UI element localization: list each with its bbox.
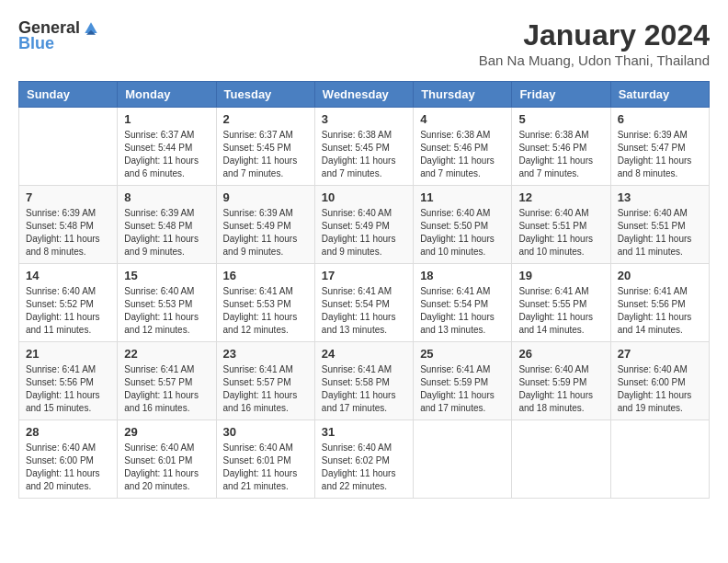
- day-number: 21: [26, 347, 110, 361]
- day-info: Sunrise: 6:40 AM Sunset: 5:49 PM Dayligh…: [322, 207, 406, 259]
- day-number: 28: [26, 425, 110, 439]
- day-number: 9: [223, 190, 308, 204]
- calendar-day-header: Saturday: [610, 82, 709, 108]
- day-info: Sunrise: 6:40 AM Sunset: 5:59 PM Dayligh…: [518, 363, 603, 415]
- calendar-header-row: SundayMondayTuesdayWednesdayThursdayFrid…: [19, 82, 710, 108]
- day-info: Sunrise: 6:38 AM Sunset: 5:46 PM Dayligh…: [420, 129, 505, 180]
- logo: General Blue: [18, 18, 100, 53]
- day-number: 20: [618, 269, 702, 282]
- day-number: 22: [124, 347, 209, 361]
- calendar-week-row: 7Sunrise: 6:39 AM Sunset: 5:48 PM Daylig…: [19, 186, 710, 264]
- day-info: Sunrise: 6:39 AM Sunset: 5:48 PM Dayligh…: [124, 207, 209, 259]
- day-number: 30: [223, 425, 308, 439]
- day-number: 15: [124, 269, 209, 282]
- day-info: Sunrise: 6:40 AM Sunset: 6:00 PM Dayligh…: [618, 363, 702, 415]
- calendar-cell: 25Sunrise: 6:41 AM Sunset: 5:59 PM Dayli…: [414, 342, 512, 420]
- day-info: Sunrise: 6:38 AM Sunset: 5:46 PM Dayligh…: [518, 129, 603, 180]
- calendar-cell: [610, 420, 709, 499]
- day-number: 27: [618, 347, 702, 361]
- calendar-cell: 18Sunrise: 6:41 AM Sunset: 5:54 PM Dayli…: [414, 264, 512, 342]
- calendar-cell: 15Sunrise: 6:40 AM Sunset: 5:53 PM Dayli…: [118, 264, 216, 342]
- day-info: Sunrise: 6:39 AM Sunset: 5:48 PM Dayligh…: [26, 207, 110, 259]
- calendar-cell: 20Sunrise: 6:41 AM Sunset: 5:56 PM Dayli…: [610, 264, 709, 342]
- day-info: Sunrise: 6:37 AM Sunset: 5:44 PM Dayligh…: [124, 129, 209, 180]
- calendar-cell: 22Sunrise: 6:41 AM Sunset: 5:57 PM Dayli…: [118, 342, 216, 420]
- day-info: Sunrise: 6:37 AM Sunset: 5:45 PM Dayligh…: [223, 129, 308, 180]
- calendar-day-header: Tuesday: [216, 82, 314, 108]
- calendar-cell: 19Sunrise: 6:41 AM Sunset: 5:55 PM Dayli…: [512, 264, 610, 342]
- subtitle: Ban Na Muang, Udon Thani, Thailand: [479, 52, 710, 68]
- day-number: 4: [420, 112, 505, 126]
- day-number: 1: [124, 112, 209, 126]
- day-info: Sunrise: 6:40 AM Sunset: 6:01 PM Dayligh…: [223, 442, 308, 493]
- day-number: 10: [322, 190, 406, 204]
- day-info: Sunrise: 6:41 AM Sunset: 5:53 PM Dayligh…: [223, 285, 308, 337]
- day-number: 11: [420, 190, 505, 204]
- calendar-cell: 23Sunrise: 6:41 AM Sunset: 5:57 PM Dayli…: [216, 342, 314, 420]
- day-number: 7: [26, 190, 110, 204]
- day-info: Sunrise: 6:41 AM Sunset: 5:54 PM Dayligh…: [420, 285, 505, 337]
- calendar-week-row: 14Sunrise: 6:40 AM Sunset: 5:52 PM Dayli…: [19, 264, 710, 342]
- calendar-day-header: Friday: [512, 82, 610, 108]
- calendar-day-header: Sunday: [19, 82, 118, 108]
- day-number: 16: [223, 269, 308, 282]
- day-info: Sunrise: 6:41 AM Sunset: 5:55 PM Dayligh…: [518, 285, 603, 337]
- day-info: Sunrise: 6:41 AM Sunset: 5:56 PM Dayligh…: [26, 363, 110, 415]
- page-header: General Blue January 2024 Ban Na Muang, …: [18, 18, 710, 68]
- day-number: 24: [322, 347, 406, 361]
- day-number: 18: [420, 269, 505, 282]
- calendar-cell: 17Sunrise: 6:41 AM Sunset: 5:54 PM Dayli…: [314, 264, 413, 342]
- day-info: Sunrise: 6:40 AM Sunset: 6:02 PM Dayligh…: [322, 442, 406, 493]
- day-info: Sunrise: 6:40 AM Sunset: 5:52 PM Dayligh…: [26, 285, 110, 337]
- calendar-cell: 2Sunrise: 6:37 AM Sunset: 5:45 PM Daylig…: [216, 108, 314, 186]
- main-title: January 2024: [479, 18, 710, 52]
- calendar-cell: [512, 420, 610, 499]
- day-info: Sunrise: 6:39 AM Sunset: 5:49 PM Dayligh…: [223, 207, 308, 259]
- day-info: Sunrise: 6:40 AM Sunset: 6:01 PM Dayligh…: [124, 442, 209, 493]
- calendar-cell: 24Sunrise: 6:41 AM Sunset: 5:58 PM Dayli…: [314, 342, 413, 420]
- day-number: 25: [420, 347, 505, 361]
- calendar-day-header: Thursday: [414, 82, 512, 108]
- calendar-cell: 1Sunrise: 6:37 AM Sunset: 5:44 PM Daylig…: [118, 108, 216, 186]
- calendar-cell: 30Sunrise: 6:40 AM Sunset: 6:01 PM Dayli…: [216, 420, 314, 499]
- day-info: Sunrise: 6:40 AM Sunset: 5:53 PM Dayligh…: [124, 285, 209, 337]
- day-number: 26: [518, 347, 603, 361]
- calendar-table: SundayMondayTuesdayWednesdayThursdayFrid…: [18, 81, 710, 499]
- calendar-day-header: Monday: [118, 82, 216, 108]
- calendar-cell: 11Sunrise: 6:40 AM Sunset: 5:50 PM Dayli…: [414, 186, 512, 264]
- day-number: 6: [618, 112, 702, 126]
- calendar-cell: 8Sunrise: 6:39 AM Sunset: 5:48 PM Daylig…: [118, 186, 216, 264]
- calendar-cell: 16Sunrise: 6:41 AM Sunset: 5:53 PM Dayli…: [216, 264, 314, 342]
- calendar-cell: 21Sunrise: 6:41 AM Sunset: 5:56 PM Dayli…: [19, 342, 118, 420]
- day-info: Sunrise: 6:41 AM Sunset: 5:57 PM Dayligh…: [124, 363, 209, 415]
- calendar-cell: 14Sunrise: 6:40 AM Sunset: 5:52 PM Dayli…: [19, 264, 118, 342]
- day-info: Sunrise: 6:41 AM Sunset: 5:54 PM Dayligh…: [322, 285, 406, 337]
- day-number: 2: [223, 112, 308, 126]
- day-number: 29: [124, 425, 209, 439]
- day-info: Sunrise: 6:40 AM Sunset: 6:00 PM Dayligh…: [26, 442, 110, 493]
- day-number: 12: [518, 190, 603, 204]
- calendar-cell: [414, 420, 512, 499]
- calendar-cell: 12Sunrise: 6:40 AM Sunset: 5:51 PM Dayli…: [512, 186, 610, 264]
- calendar-cell: 26Sunrise: 6:40 AM Sunset: 5:59 PM Dayli…: [512, 342, 610, 420]
- day-number: 31: [322, 425, 406, 439]
- calendar-cell: 6Sunrise: 6:39 AM Sunset: 5:47 PM Daylig…: [610, 108, 709, 186]
- day-info: Sunrise: 6:41 AM Sunset: 5:58 PM Dayligh…: [322, 363, 406, 415]
- calendar-cell: 4Sunrise: 6:38 AM Sunset: 5:46 PM Daylig…: [414, 108, 512, 186]
- day-info: Sunrise: 6:40 AM Sunset: 5:50 PM Dayligh…: [420, 207, 505, 259]
- day-info: Sunrise: 6:39 AM Sunset: 5:47 PM Dayligh…: [618, 129, 702, 180]
- calendar-cell: 3Sunrise: 6:38 AM Sunset: 5:45 PM Daylig…: [314, 108, 413, 186]
- calendar-cell: [19, 108, 118, 186]
- day-info: Sunrise: 6:41 AM Sunset: 5:57 PM Dayligh…: [223, 363, 308, 415]
- calendar-cell: 5Sunrise: 6:38 AM Sunset: 5:46 PM Daylig…: [512, 108, 610, 186]
- title-section: January 2024 Ban Na Muang, Udon Thani, T…: [479, 18, 710, 68]
- logo-icon: [82, 19, 100, 38]
- calendar-cell: 10Sunrise: 6:40 AM Sunset: 5:49 PM Dayli…: [314, 186, 413, 264]
- day-info: Sunrise: 6:41 AM Sunset: 5:56 PM Dayligh…: [618, 285, 702, 337]
- calendar-cell: 31Sunrise: 6:40 AM Sunset: 6:02 PM Dayli…: [314, 420, 413, 499]
- calendar-cell: 29Sunrise: 6:40 AM Sunset: 6:01 PM Dayli…: [118, 420, 216, 499]
- calendar-cell: 7Sunrise: 6:39 AM Sunset: 5:48 PM Daylig…: [19, 186, 118, 264]
- day-number: 13: [618, 190, 702, 204]
- calendar-cell: 28Sunrise: 6:40 AM Sunset: 6:00 PM Dayli…: [19, 420, 118, 499]
- day-info: Sunrise: 6:40 AM Sunset: 5:51 PM Dayligh…: [518, 207, 603, 259]
